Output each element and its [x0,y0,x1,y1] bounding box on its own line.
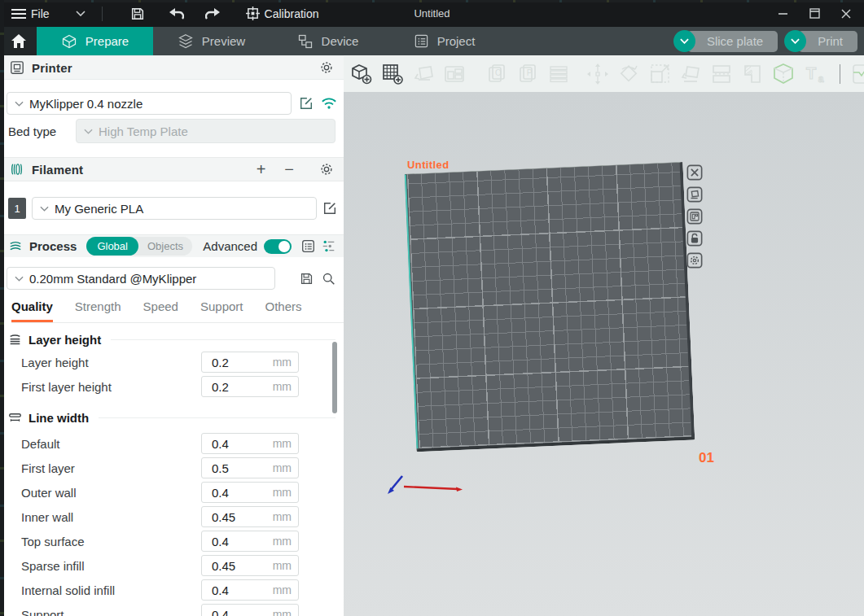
import-objects-icon[interactable]: O [485,62,509,86]
place-on-face-icon[interactable] [678,62,703,86]
outer-wall-line-width-input[interactable]: 0.4mm [201,482,299,503]
param-row: Default 0.4mm [21,431,344,456]
maximize-icon [809,8,820,19]
add-object-icon[interactable] [349,62,374,86]
screen-edge-artifact-left [0,0,4,616]
titlebar-separator [102,7,103,21]
print-button[interactable]: Print [784,30,857,52]
toolbar-separator [840,64,840,84]
scope-objects-option[interactable]: Objects [138,240,192,252]
advanced-toggle[interactable] [264,239,292,254]
process-tab-bar: Quality Strength Speed Support Others [11,298,344,323]
printer-section-title: Printer [32,61,72,75]
plate-layout-icon[interactable] [686,208,703,225]
minimize-button[interactable] [778,9,788,19]
advanced-label: Advanced [203,239,257,253]
edit-printer-icon[interactable] [299,96,314,111]
rotate-tool-icon[interactable] [616,62,641,86]
home-icon [11,34,26,48]
line-width-section-title: Line width [29,411,89,425]
plate-toolbar [686,164,703,269]
parameter-list-icon[interactable] [301,239,315,253]
process-preset-select[interactable]: 0.20mm Standard @MyKlipper [7,267,275,290]
print-options-dropdown[interactable] [784,30,806,52]
filament-settings-gear-icon[interactable] [319,162,334,177]
lock-plate-icon[interactable] [686,230,703,247]
layer-height-section-title: Layer height [29,333,101,347]
compare-presets-icon[interactable] [322,239,336,253]
search-icon[interactable] [322,272,336,286]
first-layer-line-width-input[interactable]: 0.5mm [201,457,299,478]
param-label: Outer wall [21,486,201,500]
auto-orient-icon[interactable] [411,62,436,86]
scale-tool-icon[interactable] [647,62,672,86]
param-label: Top surface [21,535,201,548]
tab-others[interactable]: Others [265,299,302,322]
default-line-width-input[interactable]: 0.4mm [201,433,299,454]
calibration-button[interactable]: Calibration [243,3,322,24]
prepare-cube-icon [61,33,77,50]
tab-prepare[interactable]: Prepare [37,27,153,55]
edit-filament-icon[interactable] [322,201,337,216]
wifi-connection-icon[interactable] [321,97,337,110]
undo-button[interactable] [164,3,187,24]
sparse-infill-line-width-input[interactable]: 0.45mm [201,555,299,576]
tab-speed[interactable]: Speed [143,299,178,322]
slice-plate-button[interactable]: Slice plate [673,30,778,52]
inner-wall-line-width-input[interactable]: 0.45mm [201,506,299,527]
slice-options-dropdown[interactable] [673,30,695,52]
tab-prepare-label: Prepare [86,34,129,48]
assembly-view-icon[interactable] [850,62,864,86]
internal-solid-infill-line-width-input[interactable]: 0.4mm [201,579,299,601]
import-plate-icon[interactable]: P [515,62,540,86]
text-tool-icon[interactable]: Ta [802,62,827,86]
scope-global-option[interactable]: Global [86,237,138,256]
split-to-objects-icon[interactable] [709,62,734,86]
build-plate[interactable] [405,162,695,452]
close-button[interactable] [841,9,851,19]
redo-button[interactable] [202,3,225,24]
save-preset-icon[interactable] [300,272,314,286]
param-label: Layer height [21,356,201,369]
maximize-button[interactable] [809,8,820,19]
home-button[interactable] [0,27,37,55]
bed-type-select[interactable]: High Temp Plate [76,119,336,143]
filament-slot-badge[interactable]: 1 [8,198,26,219]
param-row: Outer wall 0.4mm [21,480,344,505]
delete-plate-icon[interactable] [686,164,703,181]
printer-settings-gear-icon[interactable] [319,60,334,75]
first-layer-height-input[interactable]: 0.2mm [201,376,299,397]
process-scope-toggle: Global Objects [86,237,192,256]
chevron-down-icon [680,38,689,44]
remove-filament-button[interactable]: − [284,161,294,177]
move-tool-icon[interactable] [586,62,610,86]
build-scene[interactable]: Untitled 01 [344,92,864,616]
add-plate-icon[interactable] [380,62,405,86]
arrange-plate-icon[interactable] [686,186,703,203]
tab-quality[interactable]: Quality [11,299,53,322]
filament-section-title: Filament [32,163,83,177]
arrange-icon[interactable] [442,62,467,86]
add-filament-button[interactable]: + [257,161,266,177]
filament-preset-select[interactable]: My Generic PLA [32,197,317,220]
tab-strength[interactable]: Strength [75,299,121,322]
sidebar-scrollbar[interactable] [332,342,337,413]
plate-settings-gear-icon[interactable] [686,252,703,269]
layer-height-input[interactable]: 0.2mm [201,352,299,373]
tab-support[interactable]: Support [200,299,243,322]
layers-list-icon[interactable] [546,62,571,86]
support-line-width-input[interactable]: 0.4mm [201,604,299,616]
file-menu-expand[interactable] [72,3,89,24]
redo-icon [205,7,221,20]
printer-preset-select[interactable]: MyKlipper 0.4 nozzle [7,92,292,115]
printer-preset-value: MyKlipper 0.4 nozzle [29,97,143,111]
top-surface-line-width-input[interactable]: 0.4mm [201,531,299,552]
chevron-down-icon [15,101,24,107]
variable-layer-height-icon[interactable] [771,62,796,86]
split-to-parts-icon[interactable] [740,62,765,86]
tab-preview[interactable]: Preview [153,27,270,55]
tab-project[interactable]: Project [386,27,502,55]
file-menu[interactable]: File [8,3,53,24]
save-button[interactable] [127,3,148,24]
tab-device[interactable]: Device [270,27,386,55]
